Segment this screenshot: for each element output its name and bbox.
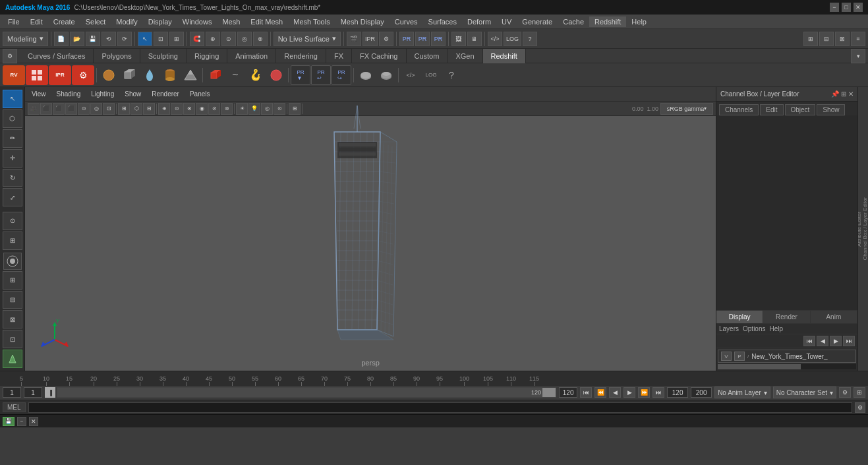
menu-mesh-tools[interactable]: Mesh Tools — [288, 16, 335, 27]
timeline-ruler[interactable]: 5 10 15 20 25 30 35 40 — [0, 371, 868, 386]
pr-btn2[interactable]: PR — [415, 32, 430, 46]
shelf-icon-cube[interactable] — [119, 65, 139, 85]
shelf-scroll-btn[interactable]: ▾ — [851, 49, 865, 63]
max-frame-input[interactable] — [667, 387, 688, 398]
viewport-canvas[interactable]: Y persp — [25, 116, 716, 371]
layout-btn3[interactable]: ≡ — [851, 32, 865, 46]
lasso-tool-btn[interactable]: ⊡ — [154, 32, 168, 46]
vt-aa-btn[interactable]: ⊙ — [274, 103, 285, 115]
vt-shadow-btn[interactable]: ☀ — [236, 103, 248, 115]
show-manip-button[interactable]: ⊞ — [3, 232, 22, 250]
dr-tab-anim[interactable]: Anim — [811, 311, 857, 323]
menu-edit-mesh[interactable]: Edit Mesh — [245, 16, 288, 27]
channel-box-expand-icon[interactable]: ⊞ — [841, 90, 846, 98]
vt-display-mode-btn[interactable]: ⊞ — [118, 103, 130, 115]
snap4-btn[interactable]: ◎ — [237, 32, 252, 46]
shelf-tab-rendering[interactable]: Rendering — [276, 49, 326, 63]
end-frame-input[interactable] — [559, 387, 577, 398]
render-settings-btn[interactable]: ⚙ — [379, 32, 393, 46]
shelf-tab-fx-caching[interactable]: FX Caching — [352, 49, 406, 63]
menu-windows[interactable]: Windows — [177, 16, 217, 27]
soft-select-button[interactable] — [3, 253, 22, 270]
select-tool-button[interactable]: ↖ — [3, 90, 22, 108]
play-btn[interactable]: ▶ — [623, 387, 635, 398]
shelf-tab-curves[interactable]: Curves / Surfaces — [20, 49, 94, 63]
vt-snap4-btn[interactable]: ◉ — [196, 103, 208, 115]
shelf-icon-grid[interactable] — [26, 65, 48, 85]
vt-snap5-btn[interactable]: ⊘ — [208, 103, 220, 115]
vt-wireframe-btn[interactable]: ⬡ — [130, 103, 142, 115]
render-view-btn[interactable]: 🖼 — [451, 32, 466, 46]
window-minimize-btn[interactable]: − — [17, 417, 26, 426]
command-input[interactable] — [28, 402, 852, 413]
shelf-icon-food2[interactable] — [376, 65, 396, 85]
shelf-icon-cylinder[interactable] — [160, 65, 180, 85]
window-save-btn[interactable]: 💾 — [3, 417, 14, 426]
save-file-btn[interactable]: 💾 — [86, 32, 100, 46]
shelf-icon-settings[interactable]: ⚙ — [72, 65, 94, 85]
maximize-button[interactable]: □ — [842, 3, 851, 12]
layer-ctrl-next-next[interactable]: ⏭ — [843, 336, 855, 346]
settings-btn[interactable]: ⊞ — [803, 32, 818, 46]
vt-smooth-btn[interactable]: ⊟ — [143, 103, 155, 115]
paint-select-button[interactable]: ✏ — [3, 129, 22, 148]
workspace-dropdown[interactable]: Modeling ▾ — [3, 32, 48, 46]
layer-item[interactable]: V P / New_York_Times_Tower_ — [718, 350, 856, 363]
range-thumb-right[interactable] — [542, 388, 556, 397]
minimize-button[interactable]: − — [830, 3, 839, 12]
vt-focus-btn[interactable]: ◎ — [90, 103, 102, 115]
layer-ctrl-next[interactable]: ▶ — [830, 336, 842, 346]
shelf-tab-xgen[interactable]: XGen — [448, 49, 482, 63]
menu-mesh[interactable]: Mesh — [217, 16, 245, 27]
menu-cache[interactable]: Cache — [558, 16, 589, 27]
channel-box-close-icon[interactable]: ✕ — [848, 90, 854, 98]
timeline-range-slider[interactable]: 120 — [57, 387, 556, 398]
layer-vis-button[interactable]: V — [721, 352, 732, 361]
vt-clip-btn[interactable]: ⬛ — [53, 103, 65, 115]
log-btn[interactable]: LOG — [504, 32, 521, 46]
layers-menu-options[interactable]: Options — [743, 325, 765, 332]
live-surface-dropdown[interactable]: No Live Surface ▾ — [274, 32, 341, 46]
skip-back-btn[interactable]: ⏮ — [580, 387, 592, 398]
current-frame-input[interactable] — [3, 387, 21, 398]
vt-camera-btn[interactable]: 🎥 — [28, 103, 40, 115]
viewport-menu-panels[interactable]: Panels — [187, 89, 213, 99]
vt-filmstrip-btn[interactable]: ⬛ — [40, 103, 52, 115]
new-file-btn[interactable]: 📄 — [54, 32, 69, 46]
move-tool-button[interactable]: ✛ — [3, 149, 22, 168]
shelf-tab-animation[interactable]: Animation — [227, 49, 276, 63]
shelf-icon-pr1[interactable]: PR▼ — [291, 65, 310, 85]
vt-resolution-btn[interactable]: ⬛ — [65, 103, 77, 115]
dr-tab-render[interactable]: Render — [763, 311, 810, 323]
step-back-btn[interactable]: ⏪ — [594, 387, 606, 398]
snap-grid-button[interactable]: ⊡ — [3, 330, 22, 348]
cb-tab-edit[interactable]: Edit — [760, 104, 783, 115]
anim-more-btn[interactable]: ⊞ — [854, 387, 865, 398]
layer-scrollbar-thumb[interactable] — [718, 364, 801, 369]
max-frame2-input[interactable] — [691, 387, 712, 398]
shelf-icon-log[interactable]: LOG — [421, 65, 441, 85]
play-back-btn[interactable]: ◀ — [609, 387, 621, 398]
shelf-icon-sphere2[interactable] — [266, 65, 286, 85]
shelf-tab-fx[interactable]: FX — [326, 49, 352, 63]
snap2-btn[interactable]: ⊕ — [206, 32, 220, 46]
render-view2-btn[interactable]: 🖥 — [467, 32, 482, 46]
shelf-icon-mountain[interactable] — [181, 65, 200, 85]
layout-btn2[interactable]: ⊠ — [835, 32, 850, 46]
menu-surfaces[interactable]: Surfaces — [423, 16, 462, 27]
vt-bookmark-btn[interactable]: ⊡ — [103, 103, 115, 115]
help-icon-btn[interactable]: ? — [523, 32, 537, 46]
shelf-icon-drop[interactable] — [140, 65, 159, 85]
channel-box-pin-icon[interactable]: 📌 — [831, 90, 839, 98]
rotate-tool-button[interactable]: ↻ — [3, 169, 22, 187]
vt-snap6-btn[interactable]: ⊛ — [221, 103, 233, 115]
layout-button[interactable]: ⊞ — [3, 271, 22, 290]
menu-mesh-display[interactable]: Mesh Display — [335, 16, 390, 27]
vt-snap3-btn[interactable]: ⊗ — [183, 103, 195, 115]
vt-subdiv-btn[interactable]: ◎ — [261, 103, 273, 115]
menu-generate[interactable]: Generate — [517, 16, 558, 27]
menu-help[interactable]: Help — [626, 16, 652, 27]
vt-grid-btn[interactable]: ⊞ — [289, 103, 301, 115]
vt-isolation-btn[interactable]: ⊙ — [78, 103, 90, 115]
shelf-icon-pr3[interactable]: PR↪ — [332, 65, 351, 85]
